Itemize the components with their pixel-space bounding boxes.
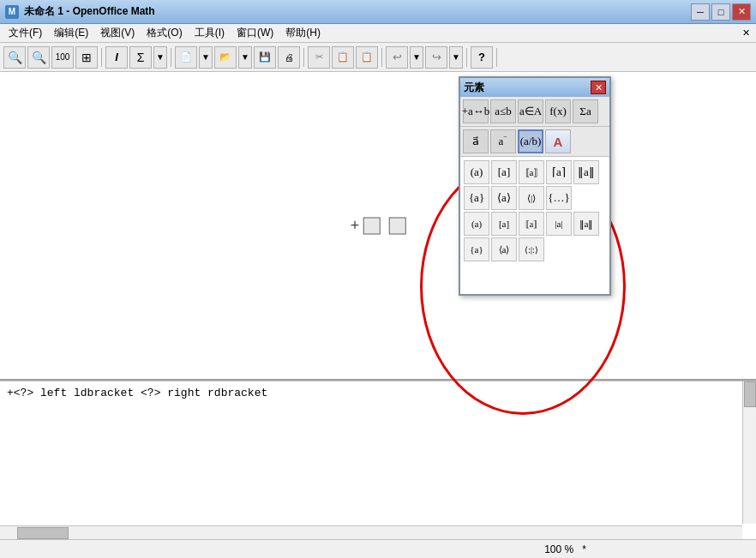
category-set-ops[interactable]: a∈A <box>518 99 543 123</box>
bracket-norm[interactable]: ‖a‖ <box>573 160 599 184</box>
formula-plus-sign: + <box>351 217 360 235</box>
separator-5 <box>466 48 467 67</box>
separator-6 <box>496 48 497 67</box>
panel-category-row-1: +a↔b a≤b a∈A f(x) Σa <box>460 97 609 127</box>
maximize-button[interactable]: □ <box>711 3 730 21</box>
panel-grid-row-2: {a} ⟨a⟩ ⟨|⟩ {…} <box>464 186 606 210</box>
zoom-fit-button[interactable]: ⊞ <box>75 46 98 69</box>
bracket-scalable-round[interactable]: (a) <box>464 212 489 236</box>
bracket-square[interactable]: [a] <box>491 160 517 184</box>
redo-dropdown[interactable]: ▼ <box>449 46 463 69</box>
undo-button[interactable]: ↩ <box>386 46 408 69</box>
category-relations[interactable]: a≤b <box>490 99 516 123</box>
print-button[interactable]: 🖨 <box>278 46 300 69</box>
panel-grid-row-4: {a} ⟨a⟩ ⟨:|:⟩ <box>464 237 606 261</box>
save-button[interactable]: 💾 <box>254 46 276 69</box>
title-buttons: ─ □ ✕ <box>691 3 751 21</box>
formula-cursor-button[interactable]: I <box>105 46 128 69</box>
category-attributes[interactable]: a⃗ <box>463 129 489 153</box>
menu-tools[interactable]: 工具(I) <box>189 24 230 42</box>
category-unary-binary[interactable]: +a↔b <box>463 99 489 123</box>
editor-content[interactable]: +<?> left ldbracket <?> right rdbracket <box>0 381 756 539</box>
menu-help[interactable]: 帮助(H) <box>280 24 326 42</box>
new-dropdown[interactable]: ▼ <box>199 46 213 69</box>
text-editor: +<?> left ldbracket <?> right rdbracket <box>0 381 756 539</box>
minimize-button[interactable]: ─ <box>691 3 710 21</box>
bracket-scalable-square[interactable]: [a] <box>491 212 517 236</box>
zoom-100-button[interactable]: 100 <box>51 46 74 69</box>
new-button[interactable]: 📄 <box>175 46 197 69</box>
status-bar: 100 % * <box>0 539 756 558</box>
app-icon: M <box>5 5 19 19</box>
title-bar: M 未命名 1 - OpenOffice Math ─ □ ✕ <box>0 0 756 24</box>
category-formats[interactable]: A <box>545 129 571 153</box>
category-brackets[interactable]: (a/b) <box>518 129 543 153</box>
open-dropdown[interactable]: ▼ <box>238 46 252 69</box>
formula-dropdown[interactable]: ▼ <box>153 46 167 69</box>
copy-button[interactable]: 📋 <box>332 46 354 69</box>
cut-button[interactable]: ✂ <box>308 46 330 69</box>
zoom-out-button[interactable]: 🔍 <box>27 46 50 69</box>
bracket-dots-curly[interactable]: {…} <box>546 186 572 210</box>
separator-2 <box>171 48 171 67</box>
menu-file[interactable]: 文件(F) <box>3 24 47 42</box>
editor-horizontal-scrollbar[interactable] <box>0 525 742 539</box>
paste-button[interactable]: 📋 <box>356 46 378 69</box>
category-operators[interactable]: Σa <box>573 99 598 123</box>
bracket-scalable-norm[interactable]: ‖a‖ <box>573 212 599 236</box>
panel-category-row-2: a⃗ a⁻ (a/b) A <box>460 127 609 157</box>
elements-panel: 元素 ✕ +a↔b a≤b a∈A f(x) Σa a⃗ <box>459 76 611 296</box>
bracket-scalable-angle[interactable]: ⟨a⟩ <box>491 237 517 261</box>
separator-1 <box>101 48 102 67</box>
bracket-angle-bar[interactable]: ⟨|⟩ <box>519 186 544 210</box>
category-other[interactable]: a⁻ <box>490 129 516 153</box>
bracket-ceil[interactable]: ⌈a⌉ <box>546 160 572 184</box>
zoom-in-button[interactable]: 🔍 <box>3 46 26 69</box>
bracket-angle[interactable]: ⟨a⟩ <box>491 186 517 210</box>
window-title: 未命名 1 - OpenOffice Math <box>24 4 155 19</box>
help-button[interactable]: ? <box>471 46 493 69</box>
menu-window[interactable]: 窗口(W) <box>231 24 279 42</box>
toolbar: 🔍 🔍 100 ⊞ I Σ ▼ 📄 ▼ 📂 ▼ 💾 🖨 ✂ 📋 📋 ↩ ▼ ↪ … <box>0 43 756 72</box>
separator-3 <box>303 48 304 67</box>
menu-view[interactable]: 视图(V) <box>95 24 140 42</box>
separator-4 <box>381 48 382 67</box>
menu-format[interactable]: 格式(O) <box>141 24 187 42</box>
bracket-curly[interactable]: {a} <box>464 186 489 210</box>
open-button[interactable]: 📂 <box>214 46 237 69</box>
zoom-level: 100 % * <box>378 543 753 555</box>
bracket-scalable-angle-bar[interactable]: ⟨:|:⟩ <box>519 237 544 261</box>
panel-title-bar: 元素 ✕ <box>460 78 609 97</box>
editor-hscrollbar-thumb[interactable] <box>17 527 69 539</box>
category-functions[interactable]: f(x) <box>545 99 571 123</box>
close-button[interactable]: ✕ <box>732 3 751 21</box>
formula-canvas: + <box>0 72 756 381</box>
bracket-scalable-curly[interactable]: {a} <box>464 237 489 261</box>
editor-vertical-scrollbar[interactable] <box>742 381 756 524</box>
bracket-double-square[interactable]: ⟦a⟧ <box>519 160 544 184</box>
formula-box-1 <box>363 217 380 234</box>
bracket-scalable-abs[interactable]: |a| <box>546 212 572 236</box>
bracket-scalable-double[interactable]: ⟦a⟧ <box>519 212 544 236</box>
editor-scrollbar-thumb[interactable] <box>744 381 756 407</box>
panel-title: 元素 <box>464 81 484 95</box>
menu-bar: 文件(F) 编辑(E) 视图(V) 格式(O) 工具(I) 窗口(W) 帮助(H… <box>0 24 756 43</box>
sum-button[interactable]: Σ <box>129 46 152 69</box>
menu-close-icon[interactable]: ✕ <box>739 27 753 40</box>
undo-dropdown[interactable]: ▼ <box>410 46 423 69</box>
panel-grid-row-1: (a) [a] ⟦a⟧ ⌈a⌉ ‖a‖ <box>464 160 606 184</box>
formula-box-2 <box>388 217 405 234</box>
panel-grid-row-3: (a) [a] ⟦a⟧ |a| ‖a‖ <box>464 212 606 236</box>
panel-grid: (a) [a] ⟦a⟧ ⌈a⌉ ‖a‖ {a} ⟨a⟩ ⟨|⟩ {…} (a) … <box>460 157 609 294</box>
menu-edit[interactable]: 编辑(E) <box>49 24 93 42</box>
panel-close-button[interactable]: ✕ <box>591 81 606 94</box>
main-area: + 元素 ✕ +a↔b a≤b a∈A f(x) Σa <box>0 72 756 558</box>
redo-button[interactable]: ↪ <box>425 46 447 69</box>
bracket-round[interactable]: (a) <box>464 160 489 184</box>
formula-display: + <box>351 217 406 235</box>
